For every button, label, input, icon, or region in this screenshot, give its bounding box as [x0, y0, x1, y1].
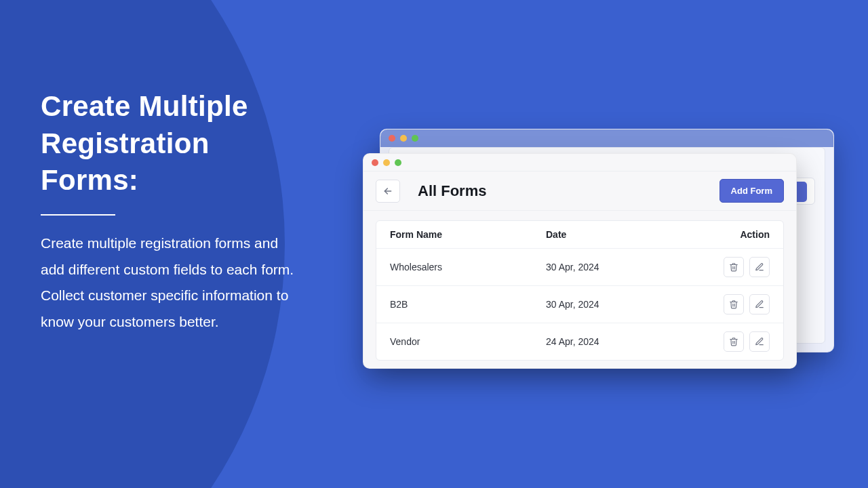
trash-icon: [729, 262, 738, 272]
edit-button[interactable]: [749, 331, 770, 352]
col-date: Date: [546, 229, 695, 240]
cell-name: Wholesalers: [390, 262, 546, 272]
add-form-button[interactable]: Add Form: [719, 179, 784, 203]
col-action: Action: [695, 229, 770, 240]
edit-button[interactable]: [749, 294, 770, 314]
table-row: Vendor 24 Apr, 2024: [376, 323, 783, 360]
trash-icon: [729, 300, 738, 309]
window-max-dot: [412, 135, 418, 142]
divider: [41, 214, 115, 216]
cell-name: B2B: [390, 299, 546, 310]
cell-date: 24 Apr, 2024: [546, 336, 695, 347]
back-button[interactable]: [376, 180, 400, 203]
marketing-heading: Create Multiple Registration Forms:: [41, 88, 312, 199]
app-window: All Forms Add Form Form Name Date Action…: [363, 153, 797, 369]
window-max-dot[interactable]: [395, 159, 401, 166]
pencil-icon: [755, 337, 764, 346]
window-min-dot[interactable]: [383, 159, 390, 166]
marketing-body: Create multiple registration forms and a…: [41, 230, 298, 336]
pencil-icon: [755, 262, 764, 272]
window-min-dot: [400, 135, 407, 142]
table-row: Wholesalers 30 Apr, 2024: [376, 249, 783, 286]
table-header: Form Name Date Action: [376, 221, 783, 249]
arrow-left-icon: [382, 186, 393, 197]
cell-date: 30 Apr, 2024: [546, 262, 695, 272]
col-form-name: Form Name: [390, 229, 546, 240]
delete-button[interactable]: [724, 294, 744, 314]
cell-date: 30 Apr, 2024: [546, 299, 695, 310]
delete-button[interactable]: [724, 331, 744, 352]
page-title: All Forms: [418, 182, 486, 200]
trash-icon: [729, 337, 738, 346]
window-close-dot[interactable]: [372, 159, 378, 166]
edit-button[interactable]: [749, 257, 770, 277]
window-close-dot: [389, 135, 395, 142]
delete-button[interactable]: [724, 257, 744, 277]
pencil-icon: [755, 300, 764, 309]
table-row: B2B 30 Apr, 2024: [376, 286, 783, 323]
cell-name: Vendor: [390, 336, 546, 347]
forms-table: Form Name Date Action Wholesalers 30 Apr…: [376, 220, 784, 361]
